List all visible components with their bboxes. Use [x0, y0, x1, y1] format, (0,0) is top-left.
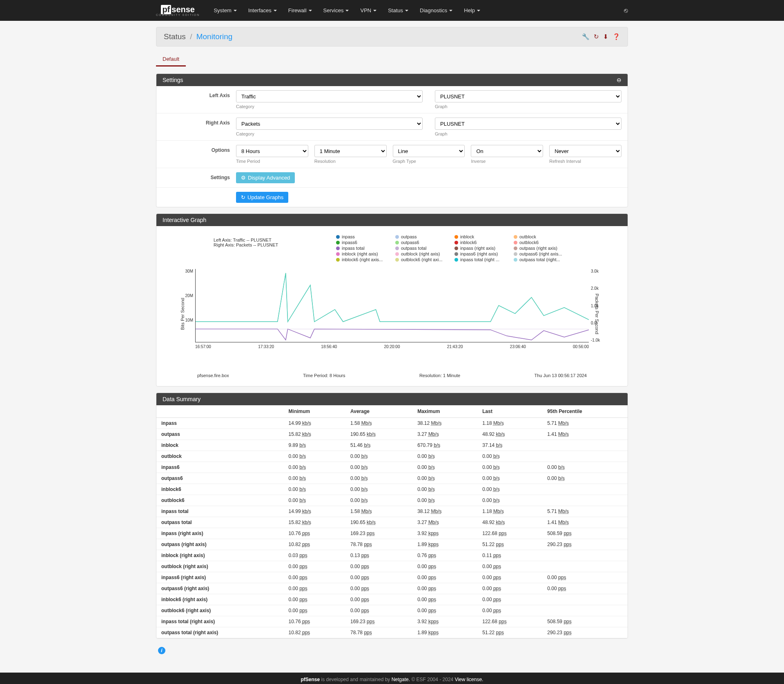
legend-item[interactable]: outblock6 (right axi... [395, 257, 454, 262]
nav-item-diagnostics[interactable]: Diagnostics [414, 4, 458, 17]
table-header: Minimum [284, 405, 345, 418]
legend-item[interactable]: inblock (right axis) [336, 251, 395, 256]
update-graphs-button[interactable]: ↻ Update Graphs [236, 192, 288, 203]
display-advanced-button[interactable]: ⚙ Display Advanced [236, 172, 295, 183]
table-row: inblock60.00 b/s0.00 b/s0.00 b/s0.00 b/s [156, 484, 628, 495]
legend-item[interactable]: outblock6 [514, 240, 573, 245]
legend-item[interactable]: outpass total [395, 246, 454, 251]
legend-item[interactable]: outpass total (right... [514, 257, 573, 262]
logout-icon[interactable]: ⎋ [624, 7, 628, 14]
footer-period: Time Period: 8 Hours [303, 373, 345, 378]
legend-item[interactable]: inblock6 [454, 240, 514, 245]
chart-legend: inpassoutpassinblockoutblockinpass6outpa… [336, 234, 611, 263]
legend-item[interactable]: outblock [514, 234, 573, 239]
breadcrumb-panel: Status / Monitoring 🔧 ↻ ⬇ ❓ [156, 27, 628, 47]
footer-brand: pfSense [301, 677, 320, 682]
graph-header: Interactive Graph [156, 214, 628, 226]
chart-container: Left Axis: Traffic -- PLUSNET Right Axis… [156, 226, 628, 386]
nav-item-interfaces[interactable]: Interfaces [243, 4, 283, 17]
legend-item[interactable]: outpass6 (right axis... [514, 251, 573, 256]
info-icon[interactable]: i [158, 647, 165, 654]
nav-menu: SystemInterfacesFirewallServicesVPNStatu… [208, 4, 486, 17]
refresh-icon[interactable]: ↻ [594, 33, 599, 40]
summary-title: Data Summary [163, 396, 200, 402]
table-row: outblock0.00 b/s0.00 b/s0.00 b/s0.00 b/s [156, 451, 628, 462]
breadcrumb-status[interactable]: Status [164, 32, 186, 41]
settings-panel: Settings ⊖ Left Axis Traffic Category PL… [156, 73, 628, 207]
nav-item-status[interactable]: Status [382, 4, 414, 17]
table-row: outpass15.82 kb/s190.65 kb/s3.27 Mb/s48.… [156, 429, 628, 440]
legend-item[interactable]: inpass total (right ... [454, 257, 514, 262]
table-row: inpass total14.99 kb/s1.58 Mb/s38.12 Mb/… [156, 506, 628, 517]
table-header: 95th Percentile [542, 405, 628, 418]
help-graph: Graph [435, 104, 621, 109]
footer-netgate[interactable]: Netgate. [392, 677, 412, 682]
legend-item[interactable]: inpass (right axis) [454, 246, 514, 251]
table-row: inpass6 (right axis)0.00 pps0.00 pps0.00… [156, 572, 628, 583]
chart-plot[interactable]: Bits Per Second Packets Per Second 30M20… [173, 269, 611, 359]
table-header [156, 405, 284, 418]
footer-text: is developed and maintained by [320, 677, 391, 682]
download-icon[interactable]: ⬇ [603, 33, 608, 40]
nav-item-help[interactable]: Help [458, 4, 486, 17]
nav-item-firewall[interactable]: Firewall [283, 4, 318, 17]
left-axis-label: Left Axis [156, 90, 236, 109]
settings-label: Settings [156, 172, 236, 183]
table-row: inpass14.99 kb/s1.58 Mb/s38.12 Mb/s1.18 … [156, 418, 628, 429]
table-row: outblock6 (right axis)0.00 pps0.00 pps0.… [156, 605, 628, 616]
breadcrumb-monitoring[interactable]: Monitoring [196, 32, 233, 41]
help-graph2: Graph [435, 131, 621, 136]
legend-item[interactable]: inpass [336, 234, 395, 239]
graph-type-select[interactable]: Line [393, 145, 465, 157]
breadcrumb: Status / Monitoring [164, 32, 232, 41]
legend-item[interactable]: outpass (right axis) [514, 246, 573, 251]
help-res: Resolution [314, 159, 387, 164]
legend-item[interactable]: inpass total [336, 246, 395, 251]
legend-item[interactable]: outblock (right axis) [395, 251, 454, 256]
logo-prefix: pf [161, 5, 171, 14]
footer: pfSense is developed and maintained by N… [0, 673, 784, 684]
left-axis-category-select[interactable]: Traffic [236, 90, 423, 102]
legend-item[interactable]: inblock [454, 234, 514, 239]
inverse-select[interactable]: On [471, 145, 543, 157]
table-row: outblock60.00 b/s0.00 b/s0.00 b/s0.00 b/… [156, 495, 628, 506]
right-axis-graph-select[interactable]: PLUSNET [435, 118, 621, 130]
plot-area [195, 269, 589, 342]
left-axis-graph-select[interactable]: PLUSNET [435, 90, 621, 102]
legend-item[interactable]: outpass6 [395, 240, 454, 245]
table-header: Last [477, 405, 542, 418]
logo-subtitle: COMMUNITY EDITION [156, 13, 200, 16]
refresh-select[interactable]: Never [549, 145, 621, 157]
collapse-icon[interactable]: ⊖ [617, 77, 621, 83]
table-row: outpass (right axis)10.82 pps78.78 pps1.… [156, 539, 628, 550]
help-category2: Category [236, 131, 423, 136]
logo[interactable]: pfsense COMMUNITY EDITION [156, 5, 200, 16]
help-time: Time Period [236, 159, 308, 164]
options-label: Options [156, 145, 236, 164]
footer-license[interactable]: View license. [455, 677, 483, 682]
nav-item-services[interactable]: Services [318, 4, 355, 17]
table-header: Average [345, 405, 412, 418]
x-ticks: 16:57:0017:33:2018:56:4020:20:0021:43:20… [195, 344, 589, 349]
resolution-select[interactable]: 1 Minute [314, 145, 387, 157]
table-row: outpass60.00 b/s0.00 b/s0.00 b/s0.00 b/s… [156, 473, 628, 484]
nav-item-vpn[interactable]: VPN [354, 4, 382, 17]
help-icon[interactable]: ❓ [612, 33, 620, 40]
nav-item-system[interactable]: System [208, 4, 242, 17]
summary-panel: Data Summary MinimumAverageMaximumLast95… [156, 393, 628, 639]
footer-time: Thu Jun 13 00:56:17 2024 [535, 373, 587, 378]
legend-item[interactable]: inpass6 (right axis) [454, 251, 514, 256]
logo-text: sense [172, 5, 195, 14]
tab-default[interactable]: Default [156, 53, 186, 67]
legend-item[interactable]: outpass [395, 234, 454, 239]
footer-res: Resolution: 1 Minute [419, 373, 460, 378]
right-axis-category-select[interactable]: Packets [236, 118, 423, 130]
table-row: inpass60.00 b/s0.00 b/s0.00 b/s0.00 b/s0… [156, 462, 628, 473]
chart-footer: pfsense.fire.box Time Period: 8 Hours Re… [173, 373, 611, 378]
legend-item[interactable]: inpass6 [336, 240, 395, 245]
time-period-select[interactable]: 8 Hours [236, 145, 308, 157]
wrench-icon[interactable]: 🔧 [582, 33, 590, 40]
table-row: inpass total (right axis)10.76 pps169.23… [156, 616, 628, 627]
legend-item[interactable]: inblock6 (right axis... [336, 257, 395, 262]
table-row: inpass (right axis)10.76 pps169.23 pps3.… [156, 528, 628, 539]
